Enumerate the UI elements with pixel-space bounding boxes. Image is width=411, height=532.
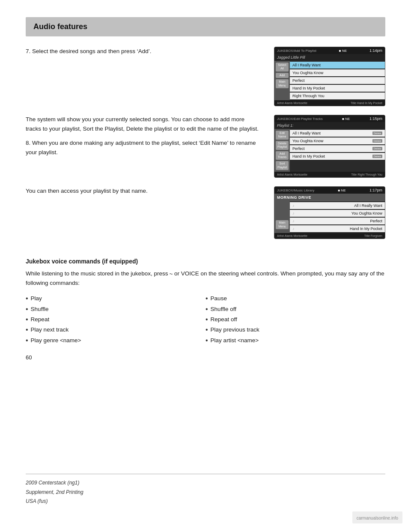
section-1: 7. Select the desired songs and then pre… <box>26 47 385 106</box>
music-note-icon: ♪ <box>292 203 295 208</box>
screen-2-footer-left: Artist Alanis Morissette <box>277 173 307 176</box>
section-2-text2: 8. When you are done making any adjustme… <box>26 138 261 157</box>
screen-row: Right Through You <box>290 93 385 99</box>
screen-row: ♪Perfect <box>290 218 385 224</box>
screen-1-rows: All I Really Want You Oughta Know Perfec… <box>290 61 385 100</box>
screen-3-rows: ♪All I Really Want ♪You Oughta Know ♪Per… <box>290 201 385 233</box>
screen-2-signal: ■ NE <box>342 117 350 121</box>
screen-1-footer-right: Title Hand In My Pocket <box>351 102 382 105</box>
screen-1-body: SelectAll Add MainMenu All I Really Want… <box>274 61 385 100</box>
header-bar: Audio features <box>26 17 385 36</box>
list-item: Play <box>26 293 206 304</box>
delete-btn: Delete <box>372 139 382 143</box>
screen-1-title: JUKEBOX/Add To Playlist <box>277 49 316 53</box>
screen-row: ♪All I Really Want <box>290 202 385 209</box>
screen-3-topbar: JUKEBOX/Music Library ■ NE 1:17pm <box>274 187 385 194</box>
screen-row: You Oughta Know Delete <box>290 137 385 144</box>
delete-btn: Delete <box>372 155 382 158</box>
screen-1-sidebar: SelectAll Add MainMenu <box>274 61 290 100</box>
sidebar-btn-add-tracks: AddTracks <box>276 151 289 160</box>
sidebar-btn-edit-name: EditName <box>276 131 289 140</box>
screen-3-time: 1:17pm <box>369 188 382 192</box>
watermark: carmanualsonline.info <box>352 511 402 523</box>
commands-left-column: Play Shuffle Repeat Play next track Play… <box>26 293 206 345</box>
sidebar-btn-sort-playlist: SortPlaylist <box>276 161 289 170</box>
screen-3-sidebar: MainMenu <box>274 201 290 233</box>
page-footer: 2009 Centerstack (ng1) Supplement, 2nd P… <box>26 465 385 506</box>
delete-btn: Delete <box>372 132 382 135</box>
music-note-icon: ♪ <box>292 219 295 223</box>
footer-line2: Supplement, 2nd Printing <box>26 489 83 495</box>
sidebar-btn-delete-playlist: DeletePlaylist <box>276 141 289 150</box>
commands-grid: Play Shuffle Repeat Play next track Play… <box>26 293 385 345</box>
watermark-text: carmanualsonline.info <box>357 516 398 520</box>
screen-3-title: JUKEBOX/Music Library <box>277 188 314 192</box>
list-item: Repeat off <box>206 314 385 325</box>
row-text: Perfect <box>292 146 305 151</box>
screen-2-mockup: JUKEBOX/Edit Playlist Tracks ■ NE 1:15pm… <box>274 115 385 178</box>
screen-1-subtitle: Jagged Little Pill <box>274 54 385 61</box>
list-item: Shuffle <box>26 304 206 314</box>
screen-1-topbar: JUKEBOX/Add To Playlist ■ NE 1:14pm <box>274 47 385 54</box>
section-1-text-column: 7. Select the desired songs and then pre… <box>26 47 261 106</box>
screen-1-mockup: JUKEBOX/Add To Playlist ■ NE 1:14pm Jagg… <box>274 47 385 106</box>
voice-icon: ⏦ <box>170 270 173 278</box>
footer-divider <box>26 474 385 474</box>
page-title: Audio features <box>33 22 378 31</box>
section-2: The system will show you your currently … <box>26 115 385 178</box>
screen-3-footer-right: Title Forgiven <box>364 234 382 237</box>
jukebox-intro: While listening to the music stored in t… <box>26 269 385 287</box>
screen-2-title: JUKEBOX/Edit Playlist Tracks <box>277 117 323 121</box>
screen-1-footer: Artist Alanis Morissette Title Hand In M… <box>274 100 385 106</box>
music-note-icon: ♪ <box>292 227 295 231</box>
section-3: You can then access your playlist by tha… <box>26 186 385 239</box>
screen-3-footer: Artist Alanis Morissette Title Forgiven <box>274 233 385 239</box>
screen-2-time: 1:15pm <box>369 117 382 121</box>
footer-line1: 2009 Centerstack (ng1) <box>26 480 79 486</box>
list-item: Shuffle off <box>206 304 385 314</box>
list-item: Play next track <box>26 325 206 335</box>
page-number: 60 <box>26 354 385 361</box>
section-3-text: You can then access your playlist by tha… <box>26 186 261 196</box>
music-note-icon: ♪ <box>292 211 295 215</box>
section-3-text-column: You can then access your playlist by tha… <box>26 186 261 239</box>
screen-3-footer-left: Artist Alanis Morissette <box>277 234 307 237</box>
section-1-image-column: JUKEBOX/Add To Playlist ■ NE 1:14pm Jagg… <box>274 47 385 106</box>
sidebar-btn-add: Add <box>276 73 289 78</box>
screen-row: Hand In My Pocket <box>290 85 385 92</box>
sidebar-btn-main-menu: MainMenu <box>276 79 289 88</box>
screen-row: ♪You Oughta Know <box>290 210 385 217</box>
screen-2-body: EditName DeletePlaylist AddTracks SortPl… <box>274 129 385 172</box>
sidebar-btn-select-all: SelectAll <box>276 63 289 72</box>
section-2-image-column: JUKEBOX/Edit Playlist Tracks ■ NE 1:15pm… <box>274 115 385 178</box>
jukebox-voice-section: Jukebox voice commands (if equipped) Whi… <box>26 248 385 346</box>
screen-2-sidebar: EditName DeletePlaylist AddTracks SortPl… <box>274 129 290 172</box>
list-item: Play genre <name> <box>26 335 206 346</box>
row-text: You Oughta Know <box>292 139 323 143</box>
page-wrapper: Audio features 7. Select the desired son… <box>0 0 411 532</box>
screen-2-topbar: JUKEBOX/Edit Playlist Tracks ■ NE 1:15pm <box>274 115 385 122</box>
screen-2-subtitle: Playlist 1: <box>274 122 385 129</box>
screen-1-signal: ■ NE <box>339 49 347 53</box>
screen-2-footer: Artist Alanis Morissette Title Right Thr… <box>274 172 385 177</box>
screen-row: Hand In My Pocket Delete <box>290 153 385 160</box>
list-item: Play artist <name> <box>206 335 385 346</box>
list-item: Pause <box>206 293 385 304</box>
delete-btn: Delete <box>372 147 382 150</box>
screen-row: Perfect Delete <box>290 145 385 152</box>
list-item: Repeat <box>26 314 206 325</box>
screen-1-time: 1:14pm <box>369 48 382 53</box>
section-1-text: 7. Select the desired songs and then pre… <box>26 47 261 56</box>
screen-3-mockup: JUKEBOX/Music Library ■ NE 1:17pm MORNIN… <box>274 186 385 239</box>
section-2-text-column: The system will show you your currently … <box>26 115 261 178</box>
screen-row: Perfect <box>290 77 385 84</box>
commands-right-column: Pause Shuffle off Repeat off Play previo… <box>206 293 385 345</box>
jukebox-heading: Jukebox voice commands (if equipped) <box>26 258 385 265</box>
row-text: Hand In My Pocket <box>292 154 325 158</box>
screen-2-footer-right: Title Right Through You <box>351 173 382 176</box>
sidebar-btn-main-menu-3: MainMenu <box>276 220 289 229</box>
section-2-text1: The system will show you your currently … <box>26 115 261 133</box>
screen-2-rows: All I Really Want Delete You Oughta Know… <box>290 129 385 172</box>
commands-right-list: Pause Shuffle off Repeat off Play previo… <box>206 293 385 345</box>
footer-line3: USA (fus) <box>26 498 48 504</box>
